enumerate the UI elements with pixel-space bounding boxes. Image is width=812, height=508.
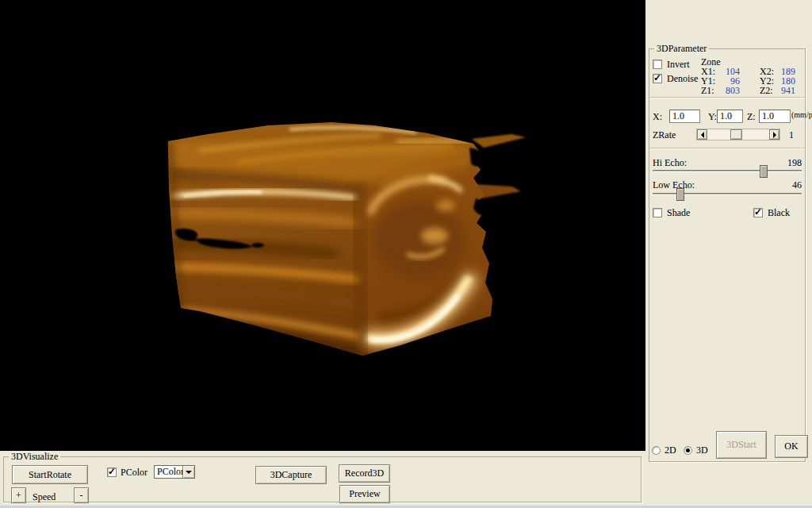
preview-button[interactable]: Preview (339, 485, 390, 503)
zrate-scrollbar[interactable] (696, 129, 780, 140)
parameter-groupbox: 3DParameter ✓ Invert ✓ Denoise Zone X1: … (649, 48, 806, 462)
ultrasound-volume-render (0, 0, 645, 451)
scroll-left-icon[interactable] (697, 129, 707, 140)
denoise-label: Denoise (667, 74, 698, 84)
separator (649, 148, 805, 149)
speed-label: Speed (33, 492, 56, 502)
visualize-groupbox: 3DVisualize StartRotate + Speed - ✓ PCol… (3, 456, 642, 502)
shade-label: Shade (667, 208, 690, 218)
pcolor-checkbox[interactable]: ✓ (107, 468, 117, 477)
zrate-value: 1 (789, 130, 794, 140)
denoise-checkbox[interactable]: ✓ (653, 74, 662, 83)
mode-2d-radio[interactable] (652, 446, 661, 455)
black-label: Black (768, 208, 790, 218)
low-echo-slider[interactable] (653, 193, 802, 195)
speed-minus-button[interactable]: - (74, 487, 89, 503)
separator (649, 97, 805, 98)
zrate-label: ZRate (653, 130, 676, 140)
3dcapture-button[interactable]: 3DCapture (255, 466, 327, 484)
application-window: 3DParameter ✓ Invert ✓ Denoise Zone X1: … (0, 0, 812, 508)
low-echo-label: Low Echo: (653, 180, 695, 190)
low-echo-value: 46 (792, 180, 802, 190)
radio-dot-icon (686, 448, 690, 452)
invert-checkbox[interactable]: ✓ (653, 60, 662, 69)
shade-checkbox[interactable]: ✓ (653, 208, 662, 217)
pcolor-dropdown[interactable]: PColor (154, 465, 195, 479)
ok-button[interactable]: OK (775, 435, 808, 458)
dropdown-arrow-icon[interactable] (182, 466, 194, 478)
zone-z1-value: 803 (705, 86, 740, 96)
zrate-scrollbar-thumb[interactable] (730, 129, 742, 140)
scale-unit-label: (mm/p) (791, 110, 812, 120)
z-scale-input[interactable] (759, 110, 791, 123)
invert-label: Invert (667, 60, 690, 70)
checkmark-icon: ✓ (108, 466, 116, 478)
record3d-button[interactable]: Record3D (339, 464, 390, 483)
pcolor-checkbox-label: PColor (121, 468, 147, 478)
low-echo-slider-thumb[interactable] (676, 188, 684, 201)
hi-echo-slider[interactable] (653, 170, 802, 172)
hi-echo-value: 198 (787, 158, 802, 168)
render-viewport[interactable] (0, 0, 645, 451)
zone-z2-value: 941 (760, 86, 795, 96)
z-scale-label: Z: (747, 112, 756, 122)
black-checkbox[interactable]: ✓ (753, 208, 763, 217)
x-scale-input[interactable] (669, 110, 700, 123)
parameter-panel: 3DParameter ✓ Invert ✓ Denoise Zone X1: … (645, 0, 812, 508)
y-scale-label: Y: (708, 112, 717, 122)
mode-3d-radio[interactable] (684, 446, 692, 455)
checkmark-icon: ✓ (754, 206, 762, 218)
start-rotate-button[interactable]: StartRotate (12, 465, 88, 484)
y-scale-input[interactable] (717, 110, 743, 123)
parameter-groupbox-title: 3DParameter (654, 43, 709, 54)
mode-3d-label: 3D (696, 445, 708, 456)
scroll-right-icon[interactable] (769, 129, 779, 140)
visualize-panel: 3DVisualize StartRotate + Speed - ✓ PCol… (0, 451, 645, 508)
3dstart-button[interactable]: 3DStart (716, 431, 767, 459)
pcolor-dropdown-value: PColor (157, 467, 184, 477)
mode-2d-label: 2D (665, 445, 676, 456)
checkmark-icon: ✓ (653, 72, 661, 84)
hi-echo-label: Hi Echo: (653, 158, 687, 168)
x-scale-label: X: (653, 112, 662, 122)
hi-echo-slider-thumb[interactable] (760, 165, 768, 178)
visualize-groupbox-title: 3DVisualize (9, 451, 60, 462)
speed-plus-button[interactable]: + (11, 487, 26, 503)
